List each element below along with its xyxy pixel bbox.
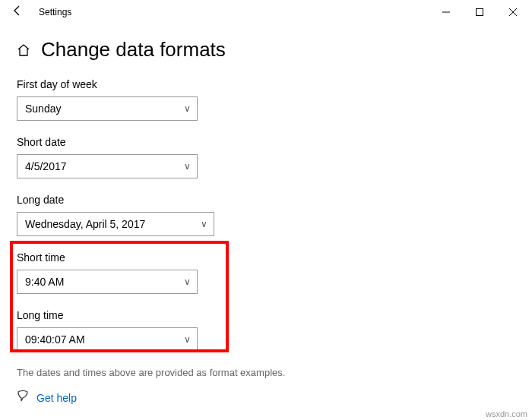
- back-button[interactable]: [2, 5, 33, 20]
- short-time-value: 9:40 AM: [25, 276, 64, 288]
- home-icon[interactable]: [17, 43, 30, 57]
- chevron-down-icon: ∨: [184, 103, 191, 114]
- long-date-value: Wednesday, April 5, 2017: [25, 218, 145, 230]
- short-time-select[interactable]: 9:40 AM ∨: [17, 270, 198, 294]
- get-help-link[interactable]: Get help: [36, 392, 77, 404]
- short-time-label: Short time: [17, 251, 515, 264]
- close-button[interactable]: [496, 0, 530, 24]
- maximize-button[interactable]: [463, 0, 496, 24]
- watermark: wsxdn.com: [486, 409, 527, 418]
- chevron-down-icon: ∨: [184, 276, 191, 287]
- first-day-value: Sunday: [25, 103, 61, 115]
- first-day-select[interactable]: Sunday ∨: [17, 96, 198, 121]
- window-title: Settings: [39, 7, 71, 17]
- help-icon[interactable]: [17, 390, 29, 406]
- minimize-button[interactable]: [429, 0, 463, 24]
- long-time-value: 09:40:07 AM: [25, 333, 85, 346]
- long-date-select[interactable]: Wednesday, April 5, 2017 ∨: [17, 212, 214, 236]
- chevron-down-icon: ∨: [184, 334, 191, 345]
- short-date-label: Short date: [17, 136, 515, 148]
- page-title: Change data formats: [41, 38, 226, 62]
- short-date-select[interactable]: 4/5/2017 ∨: [17, 154, 198, 178]
- first-day-label: First day of week: [17, 78, 515, 90]
- svg-rect-1: [477, 9, 483, 16]
- long-time-select[interactable]: 09:40:07 AM ∨: [17, 327, 198, 352]
- long-date-label: Long date: [17, 194, 515, 206]
- chevron-down-icon: ∨: [184, 161, 191, 172]
- short-date-value: 4/5/2017: [25, 160, 67, 172]
- format-note: The dates and times above are provided a…: [17, 367, 532, 378]
- chevron-down-icon: ∨: [201, 219, 207, 229]
- long-time-label: Long time: [17, 309, 515, 321]
